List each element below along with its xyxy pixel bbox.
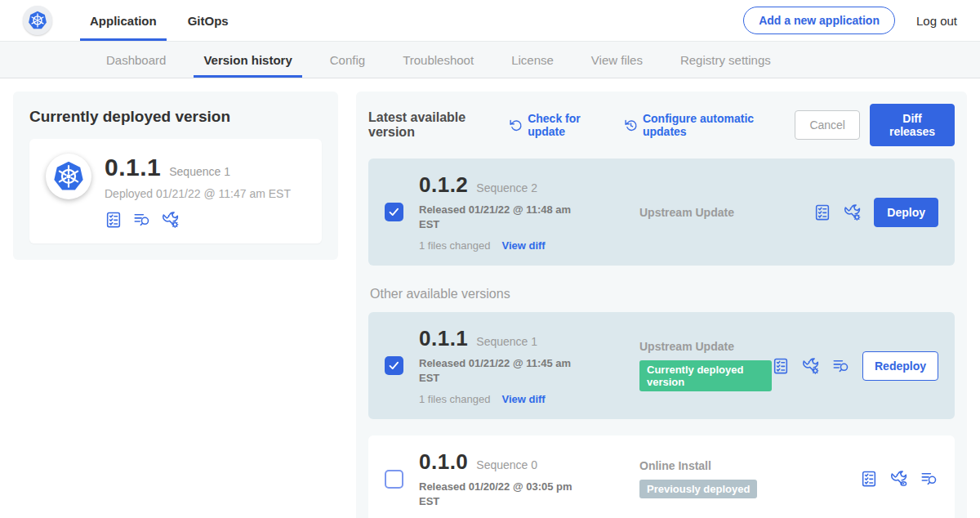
version-0-1-0-checkbox[interactable] <box>385 470 403 489</box>
preflight-checks-icon[interactable] <box>813 203 831 221</box>
tab-gitops[interactable]: GitOps <box>178 0 238 41</box>
tab-application-label: Application <box>90 14 157 28</box>
config-view-icon[interactable] <box>890 470 908 488</box>
previously-deployed-badge: Previously deployed <box>639 480 757 498</box>
logout-button[interactable]: Log out <box>916 14 957 28</box>
deployed-panel-title: Currently deployed version <box>29 108 322 126</box>
view-diff-link[interactable]: View diff <box>501 393 545 405</box>
other-versions-label: Other available versions <box>370 287 955 301</box>
released-timestamp: Released 01/20/22 @ 03:05 pm EST <box>419 480 592 508</box>
sequence-label: Sequence 2 <box>476 181 537 194</box>
config-icon[interactable] <box>844 203 862 221</box>
latest-available-title: Latest available version <box>368 110 496 140</box>
view-diff-link[interactable]: View diff <box>501 239 545 252</box>
preflight-checks-icon[interactable] <box>860 470 878 488</box>
subnav-registry-settings[interactable]: Registry settings <box>670 42 781 78</box>
top-nav: Application GitOps Add a new application… <box>0 0 980 41</box>
version-source-label: Upstream Update <box>639 206 813 219</box>
version-row-0-1-0: 0.1.0 Sequence 0 Released 01/20/22 @ 03:… <box>368 435 955 518</box>
redeploy-button[interactable]: Redeploy <box>862 351 938 381</box>
version-row-0-1-1: 0.1.1 Sequence 1 Released 01/21/22 @ 11:… <box>368 312 955 419</box>
version-source-label: Online Install <box>639 459 860 472</box>
version-source-label: Upstream Update <box>639 340 772 353</box>
released-timestamp: Released 01/21/22 @ 11:48 am EST <box>419 203 592 231</box>
cancel-button[interactable]: Cancel <box>795 110 860 140</box>
subnav-config[interactable]: Config <box>320 42 375 78</box>
config-icon[interactable] <box>802 357 820 375</box>
configure-automatic-updates-link[interactable]: Configure automatic updates <box>624 112 777 138</box>
sequence-label: Sequence 0 <box>476 458 537 471</box>
released-timestamp: Released 01/21/22 @ 11:45 am EST <box>419 356 592 385</box>
deployed-version-card: 0.1.1 Sequence 1 Deployed 01/21/22 @ 11:… <box>29 139 322 243</box>
subnav-view-files[interactable]: View files <box>581 42 653 78</box>
preflight-checks-icon[interactable] <box>772 357 790 375</box>
check-for-update-label: Check for update <box>528 112 606 138</box>
version-number: 0.1.0 <box>419 449 468 475</box>
config-icon[interactable] <box>162 211 180 229</box>
auto-update-icon <box>624 118 638 132</box>
deployed-sequence-label: Sequence 1 <box>169 165 230 178</box>
deployed-timestamp: Deployed 01/21/22 @ 11:47 am EST <box>105 187 291 200</box>
deploy-button[interactable]: Deploy <box>874 198 938 227</box>
subnav-version-history[interactable]: Version history <box>194 42 301 78</box>
preflight-checks-icon[interactable] <box>105 211 122 229</box>
kubernetes-logo-icon <box>23 6 52 35</box>
version-number: 0.1.2 <box>419 172 468 198</box>
refresh-icon <box>509 118 523 132</box>
check-for-update-link[interactable]: Check for update <box>509 112 606 138</box>
available-versions-panel: Latest available version Check for updat… <box>356 92 967 518</box>
sequence-label: Sequence 1 <box>476 335 537 348</box>
app-logo <box>23 0 52 41</box>
deployed-version-number: 0.1.1 <box>105 154 161 181</box>
files-changed-label: 1 files changed <box>419 239 490 252</box>
deploy-logs-icon[interactable] <box>133 211 151 229</box>
version-number: 0.1.1 <box>419 326 468 351</box>
deploy-logs-icon[interactable] <box>832 357 850 375</box>
tab-gitops-label: GitOps <box>188 14 229 28</box>
files-changed-label: 1 files changed <box>419 393 490 405</box>
version-0-1-2-checkbox[interactable] <box>385 203 403 221</box>
subnav-license[interactable]: License <box>501 42 564 78</box>
subnav-troubleshoot[interactable]: Troubleshoot <box>393 42 483 78</box>
tab-application[interactable]: Application <box>80 0 167 41</box>
configure-automatic-updates-label: Configure automatic updates <box>643 112 777 138</box>
diff-releases-button[interactable]: Diff releases <box>870 104 955 146</box>
currently-deployed-badge: Currently deployed version <box>639 360 772 391</box>
deploy-logs-icon[interactable] <box>920 470 938 488</box>
app-sub-nav: Dashboard Version history Config Trouble… <box>0 41 980 78</box>
subnav-dashboard[interactable]: Dashboard <box>96 42 176 78</box>
add-application-button[interactable]: Add a new application <box>743 7 895 34</box>
currently-deployed-panel: Currently deployed version 0.1.1 Sequenc… <box>13 92 338 260</box>
version-0-1-1-checkbox[interactable] <box>385 356 403 375</box>
version-row-0-1-2: 0.1.2 Sequence 2 Released 01/21/22 @ 11:… <box>368 159 955 266</box>
kubernetes-app-icon <box>46 154 91 199</box>
